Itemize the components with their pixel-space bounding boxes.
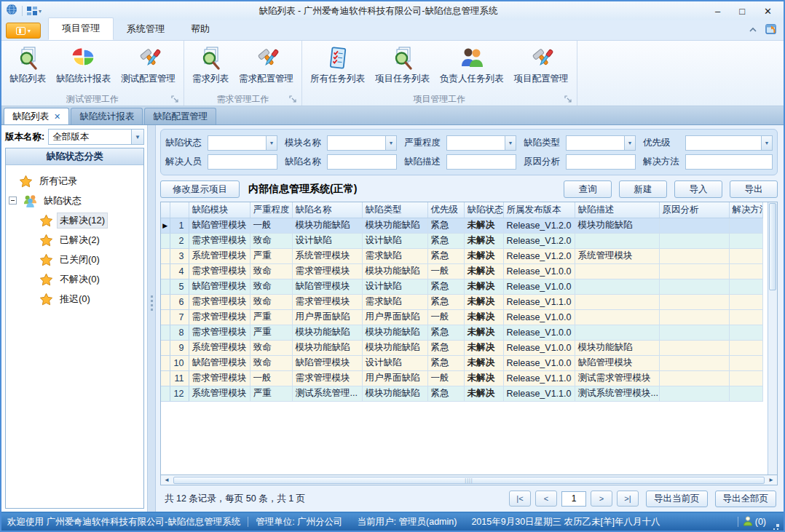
- dialog-launcher-icon[interactable]: [171, 95, 179, 103]
- ribbon-item-requirement-list[interactable]: 需求列表: [187, 43, 234, 87]
- cause-filter-value[interactable]: [567, 155, 635, 169]
- dialog-launcher-icon[interactable]: [564, 95, 572, 103]
- table-row[interactable]: 8需求管理模块严重模块功能缺陷模块功能缺陷紧急未解决Release_V1.0.0: [161, 325, 762, 340]
- tree-node[interactable]: 已解决(2): [7, 230, 142, 250]
- module-filter-value[interactable]: [328, 136, 385, 150]
- chevron-down-icon[interactable]: ▼: [624, 136, 635, 150]
- tree-node[interactable]: 所有记录: [7, 171, 142, 191]
- modify-columns-button[interactable]: 修改显示项目: [160, 180, 240, 198]
- desc-filter-value[interactable]: [447, 155, 516, 169]
- type-filter-combobox[interactable]: ▼: [566, 135, 636, 151]
- horizontal-scroll-thumb[interactable]: [173, 477, 765, 484]
- about-icon[interactable]: [765, 23, 778, 38]
- tree-node[interactable]: 未解决(12): [7, 210, 142, 230]
- module-filter-combobox[interactable]: ▼: [327, 135, 397, 151]
- table-row[interactable]: 2需求管理模块致命设计缺陷设计缺陷紧急未解决Release_V1.2.0: [161, 233, 762, 248]
- version-combobox[interactable]: 全部版本 ▼: [48, 129, 144, 145]
- tree-node[interactable]: 已关闭(0): [7, 250, 142, 269]
- collapse-ribbon-icon[interactable]: [748, 24, 758, 37]
- name-filter-input[interactable]: [327, 154, 397, 170]
- import-button[interactable]: 导入: [674, 180, 722, 198]
- tree-node[interactable]: 推迟(0): [7, 289, 142, 309]
- desc-filter-input[interactable]: [446, 154, 516, 170]
- resize-grip-icon[interactable]: [776, 524, 779, 527]
- scroll-left-icon[interactable]: ◄: [161, 477, 173, 483]
- table-row[interactable]: 12系统管理模块严重测试系统管理...模块功能缺陷紧急未解决Release_V1…: [161, 386, 762, 401]
- minimize-button[interactable]: –: [715, 7, 720, 16]
- ribbon-tab-项目管理[interactable]: 项目管理: [48, 17, 114, 40]
- severity-filter-value[interactable]: [447, 136, 505, 150]
- export-all-pages-button[interactable]: 导出全部页: [715, 491, 777, 507]
- column-header-原因分析[interactable]: 原因分析: [659, 202, 729, 218]
- last-page-button[interactable]: >|: [617, 491, 639, 507]
- ribbon-item-requirement-config[interactable]: 需求配置管理: [234, 43, 299, 87]
- first-page-button[interactable]: |<: [509, 491, 531, 507]
- application-menu-button[interactable]: ▾: [6, 23, 41, 39]
- status-filter-value[interactable]: [208, 136, 266, 150]
- ribbon-item-defect-report[interactable]: 缺陷统计报表: [51, 43, 116, 87]
- ribbon-item-project-tasks[interactable]: 项目任务列表: [370, 43, 435, 87]
- maximize-button[interactable]: □: [739, 7, 745, 16]
- tree-node[interactable]: 缺陷状态: [7, 191, 142, 210]
- query-button[interactable]: 查询: [564, 180, 612, 198]
- column-header-缺陷模块[interactable]: 缺陷模块: [189, 202, 250, 218]
- priority-filter-combobox[interactable]: ▼: [685, 135, 773, 151]
- app-logo-icon[interactable]: [6, 4, 17, 18]
- close-icon[interactable]: ✕: [54, 113, 60, 121]
- doc-tab-缺陷统计报表[interactable]: 缺陷统计报表: [71, 108, 143, 124]
- name-filter-value[interactable]: [328, 155, 396, 169]
- chevron-down-icon[interactable]: ▼: [761, 136, 772, 150]
- column-header-缺陷状态[interactable]: 缺陷状态: [464, 202, 503, 218]
- severity-filter-combobox[interactable]: ▼: [446, 135, 516, 151]
- priority-filter-value[interactable]: [686, 136, 761, 150]
- tree-node[interactable]: 不解决(0): [7, 269, 142, 289]
- sidebar-splitter[interactable]: [147, 125, 156, 512]
- ribbon-item-all-tasks[interactable]: 所有任务列表: [305, 43, 370, 87]
- table-row[interactable]: ▶1缺陷管理模块一般模块功能缺陷模块功能缺陷紧急未解决Release_V1.2.…: [161, 218, 762, 233]
- resolver-filter-input[interactable]: [208, 154, 277, 170]
- table-row[interactable]: 4需求管理模块致命需求管理模块模块功能缺陷一般未解决Release_V1.0.0: [161, 263, 762, 279]
- column-header-缺陷类型[interactable]: 缺陷类型: [362, 202, 427, 218]
- vertical-scrollbar[interactable]: [768, 202, 777, 475]
- status-filter-combobox[interactable]: ▼: [208, 135, 277, 151]
- vertical-scroll-thumb[interactable]: [769, 203, 776, 290]
- doc-tab-缺陷配置管理[interactable]: 缺陷配置管理: [144, 108, 216, 124]
- cause-filter-input[interactable]: [566, 154, 636, 170]
- type-filter-value[interactable]: [567, 136, 624, 150]
- chevron-down-icon[interactable]: ▼: [505, 136, 516, 150]
- table-row[interactable]: 6需求管理模块致命需求管理模块需求缺陷紧急未解决Release_V1.1.0: [161, 294, 762, 309]
- table-row[interactable]: 11需求管理模块一般需求管理模块用户界面缺陷一般未解决Release_V1.1.…: [161, 370, 762, 386]
- next-page-button[interactable]: >: [591, 491, 612, 507]
- column-header-所属发布版本[interactable]: 所属发布版本: [503, 202, 575, 218]
- ribbon-item-owner-tasks[interactable]: 负责人任务列表: [435, 43, 509, 87]
- ribbon-item-defect-list[interactable]: 缺陷列表: [4, 43, 51, 87]
- chevron-down-icon[interactable]: ▼: [266, 136, 277, 150]
- new-button[interactable]: 新建: [619, 180, 667, 198]
- table-row[interactable]: 3系统管理模块严重系统管理模块需求缺陷紧急未解决Release_V1.2.0系统…: [161, 248, 762, 263]
- table-row[interactable]: 10缺陷管理模块致命缺陷管理模块设计缺陷紧急未解决Release_V1.0.0缺…: [161, 355, 762, 370]
- page-input[interactable]: [561, 491, 586, 507]
- column-header-优先级[interactable]: 优先级: [427, 202, 464, 218]
- ribbon-tab-帮助[interactable]: 帮助: [178, 19, 223, 40]
- message-indicator[interactable]: (0): [743, 516, 766, 528]
- horizontal-scrollbar[interactable]: ◄ ►: [160, 475, 778, 485]
- column-header-解决方法[interactable]: 解决方法: [729, 202, 762, 218]
- table-row[interactable]: 9系统管理模块致命模块功能缺陷模块功能缺陷紧急未解决Release_V1.0.0…: [161, 340, 762, 355]
- table-row[interactable]: 5缺陷管理模块致命缺陷管理模块设计缺陷紧急未解决Release_V1.0.0: [161, 279, 762, 294]
- chevron-down-icon[interactable]: ▼: [131, 130, 143, 144]
- column-header-缺陷名称[interactable]: 缺陷名称: [292, 202, 362, 218]
- export-current-page-button[interactable]: 导出当前页: [646, 491, 708, 507]
- ribbon-item-project-config[interactable]: 项目配置管理: [509, 43, 574, 87]
- column-header-严重程度[interactable]: 严重程度: [250, 202, 292, 218]
- solution-filter-input[interactable]: [685, 154, 773, 170]
- chevron-down-icon[interactable]: ▼: [385, 136, 396, 150]
- ribbon-tab-系统管理[interactable]: 系统管理: [114, 19, 178, 40]
- collapse-icon[interactable]: [9, 196, 17, 205]
- resolver-filter-value[interactable]: [208, 155, 277, 169]
- table-row[interactable]: 7需求管理模块严重用户界面缺陷用户界面缺陷一般未解决Release_V1.0.0: [161, 309, 762, 325]
- column-header-缺陷描述[interactable]: 缺陷描述: [575, 202, 659, 218]
- ribbon-item-test-config[interactable]: 测试配置管理: [116, 43, 181, 87]
- prev-page-button[interactable]: <: [535, 491, 557, 507]
- layout-icon[interactable]: ▾: [27, 7, 42, 16]
- close-button[interactable]: ✕: [764, 7, 772, 16]
